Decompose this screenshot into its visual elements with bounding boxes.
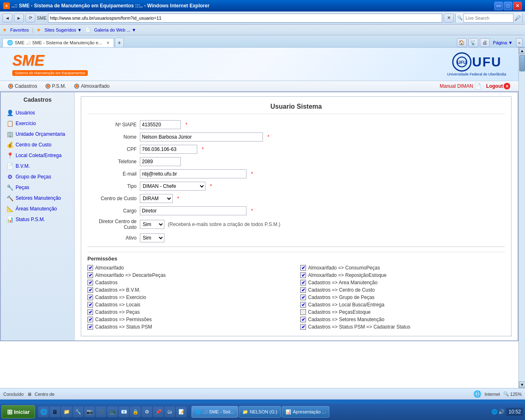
ql-icon-7[interactable]: 🔒 [130,406,141,417]
start-button[interactable]: ⊞ Iniciar [2,405,35,418]
check-icon-10: ✔ [89,302,92,308]
perm-checkbox-11[interactable]: ✔ [300,302,306,308]
ql-show-desktop-icon[interactable]: 🖥 [50,406,60,417]
ql-icon-2[interactable]: 🔧 [73,406,83,417]
sidebar-item-grupo-pecas[interactable]: ⚙ Grupo de Peças [4,172,71,182]
ql-icon-10[interactable]: 🗂 [164,406,175,417]
sidebar-item-bvm[interactable]: 📄 B.V.M. [4,161,71,171]
stop-button[interactable]: ✕ [444,14,454,23]
tools-icon-btn[interactable]: » [516,38,523,47]
nome-input[interactable] [140,132,263,142]
ql-icon-6[interactable]: 📧 [119,406,129,417]
check-icon-1: ✔ [301,265,305,271]
search-go-button[interactable]: 🔎 [513,14,522,23]
perm-checkbox-16[interactable]: ✔ [87,324,93,330]
manual-button[interactable]: Manual DIMAN 📄 [440,83,481,89]
scroll-up-button[interactable]: ▲ [519,48,525,54]
perm-checkbox-15[interactable]: ✔ [300,317,306,322]
check-icon-9: ✔ [301,295,305,300]
email-input[interactable] [140,169,247,178]
perm-checkbox-7[interactable]: ✔ [300,287,306,293]
perm-checkbox-4[interactable]: ✔ [87,280,93,285]
maximize-button[interactable]: □ [504,2,512,10]
tab-close-icon[interactable]: ✕ [106,41,110,45]
active-tab[interactable]: 🌐 SME ..:: SME - Sistema de Manutenção e… [2,38,114,47]
print-icon-btn[interactable]: 🖨 [480,38,490,47]
diretor-label: Diretor Centro de Custo [87,219,137,230]
taskbar-icon-0: 🌐 [195,409,201,415]
perm-checkbox-10[interactable]: ✔ [87,302,93,308]
back-button[interactable]: ◄ [2,14,12,23]
nav-radio-cadastros [8,84,13,89]
windows-icon: ⊞ [7,408,12,416]
perm-checkbox-9[interactable]: ✔ [300,294,306,300]
sme-logo-subtitle: Sistema de Manutenção em Equipamentos [12,70,88,76]
favorites-menu[interactable]: Favoritos [10,27,29,32]
minimize-button[interactable]: — [494,2,503,10]
search-input[interactable] [464,16,513,21]
perm-checkbox-5[interactable]: ✔ [300,280,306,285]
ql-icon-8[interactable]: ⚙ [142,406,152,417]
window-controls: — □ ✕ [494,2,522,10]
sidebar-item-setores[interactable]: 🔨 Setores Manutenção [4,193,71,203]
ql-icon-3[interactable]: 📷 [84,406,95,417]
diretor-select[interactable]: Sim Não [140,220,164,229]
perm-checkbox-12[interactable]: ✔ [87,309,93,315]
perm-checkbox-13[interactable] [300,309,306,315]
new-tab-button[interactable]: + [115,38,124,47]
scrollbar[interactable]: ▲ ▼ [518,48,525,388]
galeria-menu[interactable]: Galeria do Web ... ▼ [94,27,136,32]
page-menu[interactable]: Página ▼ [493,40,513,45]
perm-checkbox-0[interactable]: ✔ [87,265,93,271]
sidebar-item-unidade[interactable]: 🏢 Unidade Orçamentaria [4,129,71,139]
sidebar-item-status-psm[interactable]: 📊 Status P.S.M. [4,215,71,224]
close-button[interactable]: ✕ [513,2,522,10]
ql-ie-icon[interactable]: 🌐 [38,406,49,417]
perm-checkbox-1[interactable]: ✔ [300,265,306,271]
sites-sugeridos-menu[interactable]: Sites Sugeridos ▼ [44,27,82,32]
ql-icon-1[interactable]: 📁 [61,406,72,417]
perm-label-11: Cadastros => Local Busca/Entrega [308,302,384,308]
perm-checkbox-17[interactable]: ✔ [300,324,306,330]
telefone-input[interactable] [140,157,181,166]
sidebar-item-usuarios[interactable]: 👤 Usuários [4,108,71,118]
nav-almoxarifado[interactable]: Almoxarifado [74,83,110,89]
centro-custo-select[interactable]: DIRAM [140,194,173,203]
rss-icon-btn[interactable]: 📡 [468,38,478,47]
ql-icon-9[interactable]: 📌 [153,406,164,417]
taskbar-item-0[interactable]: 🌐 ..:: SME - Sist... [192,406,237,418]
ql-icon-11[interactable]: 📝 [176,406,187,417]
sidebar-item-areas[interactable]: 📐 Áreas Manutenção [4,204,71,214]
refresh-button[interactable]: ⟳ [25,14,35,23]
sidebar-item-local-coleta[interactable]: 📍 Local Coleta/Entrega [4,151,71,160]
favorites-label: Favoritos [10,27,29,32]
tipo-select[interactable]: DIMAN - Chefe [140,182,205,191]
perm-checkbox-8[interactable]: ✔ [87,294,93,300]
nav-cadastros[interactable]: Cadastros [8,83,37,89]
sidebar-item-centro-custo[interactable]: 💰 Centro de Custo [4,140,71,150]
cpf-input[interactable] [140,145,197,154]
scroll-thumb[interactable] [519,55,525,71]
ql-icon-5[interactable]: 📺 [107,406,118,417]
perm-checkbox-2[interactable]: ✔ [87,272,93,278]
check-icon-6: ✔ [89,288,92,293]
ql-icon-4[interactable]: 🎵 [96,406,106,417]
sidebar-item-pecas[interactable]: 🔧 Peças [4,183,71,192]
logout-button[interactable]: Logout ✕ [486,83,510,89]
perm-checkbox-3[interactable]: ✔ [300,272,306,278]
nav-psm[interactable]: P.S.M. [46,83,66,89]
taskbar-item-1[interactable]: 📁 NELSON (G:) [239,406,281,418]
forward-button[interactable]: ► [14,14,24,23]
form-title: Usuario Sistema [87,103,505,114]
url-input[interactable]: http://www.sme.ufu.br/usuariospsm/form?i… [48,14,442,23]
perm-checkbox-6[interactable]: ✔ [87,287,93,293]
scroll-down-button[interactable]: ▼ [519,381,525,388]
taskbar-item-2[interactable]: 📊 Apresentação ... [282,406,329,418]
home-icon-btn[interactable]: 🏠 [457,38,467,47]
sidebar-item-exercicio[interactable]: 📋 Exercício [4,119,71,128]
telefone-label: Telefone [87,159,137,164]
ativo-select[interactable]: Sim Não [140,233,164,242]
perm-checkbox-14[interactable]: ✔ [87,317,93,322]
siape-input[interactable] [140,120,181,129]
cargo-input[interactable] [140,206,247,215]
